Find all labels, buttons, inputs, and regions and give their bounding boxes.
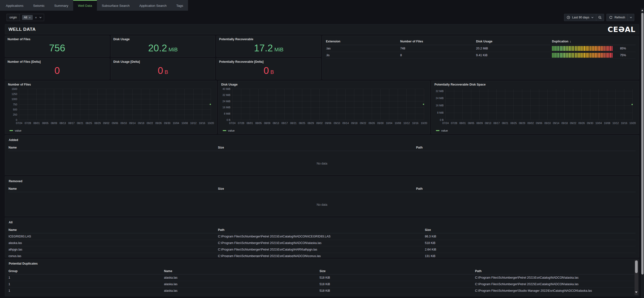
column-header-size[interactable]: Size bbox=[218, 187, 416, 190]
no-data-message: No data bbox=[8, 151, 636, 175]
chart-svg: 025050075010001250150007/2407/2808/0108/… bbox=[8, 87, 214, 126]
column-header-size[interactable]: Size bbox=[320, 270, 475, 273]
svg-text:0 B: 0 B bbox=[226, 118, 230, 122]
table-cell: C:\Program Files\Schlumberger\Petrel 202… bbox=[218, 254, 425, 258]
stat-number: 0 bbox=[158, 66, 163, 75]
page-title: WELL DATA bbox=[8, 27, 36, 32]
panel-title[interactable]: Added bbox=[9, 138, 636, 142]
chevron-down-icon[interactable] bbox=[39, 16, 42, 19]
extension-cell: .lis bbox=[326, 54, 400, 57]
duplication-percent: 75% bbox=[616, 54, 626, 57]
stat-number: 17.2 bbox=[254, 43, 273, 53]
svg-text:24 MiB: 24 MiB bbox=[436, 97, 444, 100]
extension-table: ExtensionNumber of FilesDisk UsageDuplic… bbox=[326, 38, 636, 59]
filter-clear-icon[interactable]: × bbox=[35, 16, 37, 19]
dashboard-content: WELL DATA CEƏAL Number of Files756Disk U… bbox=[5, 24, 639, 296]
stat-title[interactable]: Number of Files [Delta] bbox=[8, 60, 107, 64]
column-header-size[interactable]: Size bbox=[425, 228, 636, 232]
legend-item[interactable]: value bbox=[436, 129, 636, 132]
refresh-button[interactable]: Refresh bbox=[606, 14, 628, 21]
chip-remove-icon[interactable]: × bbox=[29, 16, 31, 19]
table-cell: 518 KiB bbox=[320, 282, 475, 286]
legend-item[interactable]: value bbox=[223, 129, 428, 132]
filter-value-box[interactable]: All × × bbox=[20, 14, 44, 21]
table-row: alaska.lasC:\Program Files\Schlumberger\… bbox=[8, 240, 636, 246]
table-cell: C:\Program Files\Schlumberger\Petrel 202… bbox=[218, 235, 425, 238]
column-header-path[interactable]: Path bbox=[416, 187, 636, 190]
tab-seismic[interactable]: Seismic bbox=[28, 0, 50, 11]
scroll-down-arrow-icon[interactable] bbox=[635, 292, 638, 293]
panel-title[interactable]: Disk Usage bbox=[221, 83, 428, 86]
extension-cell: .las bbox=[326, 47, 400, 50]
stat-value-wrap: 17.2MiB bbox=[219, 41, 318, 55]
svg-text:40 MiB: 40 MiB bbox=[222, 88, 230, 90]
column-header-name[interactable]: Name bbox=[8, 187, 218, 190]
column-header-extension[interactable]: Extension bbox=[326, 40, 400, 43]
svg-text:08/01: 08/01 bbox=[460, 122, 466, 124]
svg-text:09/02: 09/02 bbox=[316, 122, 322, 124]
svg-text:09/06: 09/06 bbox=[112, 122, 118, 124]
panel-scrollbar[interactable] bbox=[634, 260, 638, 295]
svg-text:10/20: 10/20 bbox=[421, 122, 427, 124]
column-header-path[interactable]: Path bbox=[416, 146, 636, 149]
scroll-up-arrow-icon[interactable] bbox=[641, 10, 643, 11]
timeseries-panel: Disk Usage0 B8 MiB16 MiB24 MiB32 MiB40 M… bbox=[218, 81, 430, 134]
column-header-name[interactable]: Name bbox=[8, 228, 218, 232]
filter-chip[interactable]: All × bbox=[22, 15, 33, 20]
stat-number: 20.2 bbox=[148, 43, 167, 53]
column-header-name[interactable]: Name bbox=[8, 146, 218, 149]
svg-text:10/20: 10/20 bbox=[630, 122, 636, 124]
tab-tags[interactable]: Tags bbox=[172, 0, 188, 11]
zoom-out-button[interactable] bbox=[596, 14, 604, 21]
column-header-path[interactable]: Path bbox=[475, 270, 636, 273]
window-scrollbar-thumb[interactable] bbox=[641, 13, 644, 274]
svg-text:1250: 1250 bbox=[12, 92, 18, 96]
stat-unit: B bbox=[270, 70, 274, 75]
scrollbar-thumb[interactable] bbox=[635, 260, 638, 273]
svg-text:10/12: 10/12 bbox=[404, 122, 410, 124]
panel-title[interactable]: All bbox=[9, 221, 636, 224]
chart-plot: 0 B8 MiB16 MiB24 MiB32 MiB40 MiB07/2407/… bbox=[221, 87, 428, 129]
stat-title[interactable]: Potentially Recoverable [Delta] bbox=[219, 60, 318, 64]
column-header-duplication[interactable]: Duplication↓ bbox=[552, 40, 636, 43]
table-cell: 518 KiB bbox=[320, 289, 475, 292]
tab-summary[interactable]: Summary bbox=[50, 0, 73, 11]
stat-title[interactable]: Number of Files bbox=[8, 38, 107, 41]
svg-text:08/29: 08/29 bbox=[308, 122, 314, 124]
column-header-name[interactable]: Name bbox=[164, 270, 320, 273]
table-header-row: NameSizePath bbox=[8, 144, 636, 151]
table-cell: 131 KiB bbox=[425, 254, 636, 258]
tab-subsurface-search[interactable]: Subsurface Search bbox=[97, 0, 134, 11]
tab-application-search[interactable]: Application Search bbox=[134, 0, 172, 11]
table-cell: C:\Program Files\Schlumberger\Studio Man… bbox=[475, 289, 636, 292]
panel-title[interactable]: Removed bbox=[9, 180, 636, 183]
column-header-size[interactable]: Size bbox=[218, 146, 416, 149]
refresh-interval-button[interactable] bbox=[628, 14, 634, 21]
time-range-button[interactable]: Last 90 days bbox=[564, 14, 596, 21]
tab-applications[interactable]: Applications bbox=[1, 0, 28, 11]
cegal-logo: CEƏAL bbox=[608, 25, 636, 34]
tab-well-data[interactable]: Well Data bbox=[73, 0, 97, 11]
panel-title[interactable]: Potentially Recoverable Disk Space bbox=[434, 83, 636, 86]
stat-title[interactable]: Disk Usage bbox=[114, 38, 213, 41]
svg-text:09/06: 09/06 bbox=[325, 122, 331, 124]
stat-title[interactable]: Disk Usage [Delta] bbox=[114, 60, 213, 64]
svg-text:08/13: 08/13 bbox=[273, 122, 279, 124]
column-header-number-of-files[interactable]: Number of Files bbox=[400, 40, 476, 43]
svg-text:08/09: 08/09 bbox=[51, 122, 57, 124]
window-scrollbar[interactable] bbox=[641, 8, 644, 298]
column-header-group[interactable]: Group bbox=[8, 270, 164, 273]
dashboard-toolbar: origin All × × Last 90 days bbox=[0, 11, 644, 24]
charts-row: Number of Files025050075010001250150007/… bbox=[5, 81, 639, 134]
column-header-disk-usage[interactable]: Disk Usage bbox=[476, 40, 552, 43]
legend-item[interactable]: value bbox=[10, 129, 214, 132]
svg-text:07/28: 07/28 bbox=[451, 122, 457, 124]
column-header-path[interactable]: Path bbox=[218, 228, 425, 232]
panel-title[interactable]: Potential Duplicates bbox=[9, 262, 636, 265]
stat-title[interactable]: Potentially Recoverable bbox=[219, 38, 318, 41]
tabbar-tabs: ApplicationsSeismicSummaryWell DataSubsu… bbox=[0, 0, 188, 11]
svg-text:09/22: 09/22 bbox=[360, 122, 366, 124]
table-cell: 86.3 KiB bbox=[425, 235, 636, 238]
svg-text:250: 250 bbox=[13, 113, 17, 116]
panel-title[interactable]: Number of Files bbox=[8, 83, 214, 86]
